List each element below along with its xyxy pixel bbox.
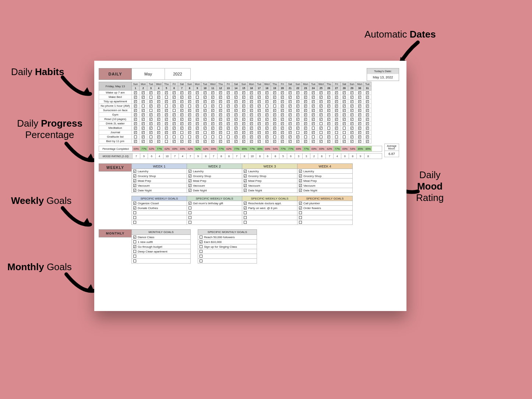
habit-checkbox[interactable] [188,131,191,134]
habit-checkbox[interactable] [227,109,230,112]
habit-checkbox[interactable] [343,96,346,99]
habit-checkbox[interactable] [281,96,284,99]
habit-checkbox[interactable] [335,140,338,143]
habit-checkbox[interactable] [358,131,361,134]
habit-checkbox[interactable] [196,118,199,121]
habit-checkbox[interactable] [250,96,253,99]
habit-checkbox[interactable] [204,100,207,103]
habit-checkbox[interactable] [180,100,183,103]
habit-checkbox[interactable] [320,105,323,107]
habit-checkbox[interactable] [219,109,222,112]
habit-checkbox[interactable] [273,113,276,116]
mood-cell[interactable]: 2 [310,153,318,159]
habit-checkbox[interactable] [343,91,346,94]
checkbox-icon[interactable] [189,211,191,214]
habit-checkbox[interactable] [265,140,268,143]
habit-checkbox[interactable] [296,140,299,143]
checkbox-icon[interactable] [244,170,247,173]
mood-cell[interactable]: 4 [155,153,163,159]
habit-checkbox[interactable] [250,109,253,112]
habit-checkbox[interactable] [227,113,230,116]
habit-checkbox[interactable] [304,100,307,103]
habit-checkbox[interactable] [327,140,330,143]
habit-checkbox[interactable] [211,113,214,116]
habit-checkbox[interactable] [219,127,222,130]
mood-cell[interactable]: 7 [132,153,140,159]
habit-checkbox[interactable] [134,109,137,112]
habit-checkbox[interactable] [211,131,214,134]
habit-checkbox[interactable] [211,122,214,125]
habit-checkbox[interactable] [188,91,191,94]
habit-checkbox[interactable] [250,91,253,94]
checkbox-icon[interactable] [133,206,136,209]
habit-checkbox[interactable] [235,140,237,143]
habit-checkbox[interactable] [350,105,353,107]
habit-checkbox[interactable] [149,109,152,112]
habit-checkbox[interactable] [320,140,323,143]
habit-checkbox[interactable] [165,109,168,112]
habit-checkbox[interactable] [204,122,207,125]
checkbox-icon[interactable] [299,206,302,209]
checkbox-icon[interactable] [200,259,202,262]
checkbox-icon[interactable] [133,211,136,214]
habit-checkbox[interactable] [258,91,261,94]
habit-checkbox[interactable] [227,127,230,130]
habit-checkbox[interactable] [304,96,307,99]
habit-checkbox[interactable] [304,105,307,107]
habit-checkbox[interactable] [273,127,276,130]
checkbox-icon[interactable] [133,202,136,205]
habit-checkbox[interactable] [327,109,330,112]
habit-checkbox[interactable] [265,113,268,116]
habit-checkbox[interactable] [289,140,292,143]
habit-checkbox[interactable] [366,140,369,143]
mood-cell[interactable]: 3 [295,153,302,159]
habit-checkbox[interactable] [149,91,152,94]
habit-checkbox[interactable] [242,140,245,143]
habit-checkbox[interactable] [180,122,183,125]
habit-checkbox[interactable] [242,135,245,138]
habit-checkbox[interactable] [250,127,253,130]
habit-checkbox[interactable] [173,135,176,138]
habit-checkbox[interactable] [235,122,237,125]
checkbox-icon[interactable] [244,211,247,214]
habit-checkbox[interactable] [235,91,237,94]
mood-cell[interactable]: 10 [163,153,171,159]
habit-checkbox[interactable] [281,109,284,112]
habit-checkbox[interactable] [304,131,307,134]
habit-checkbox[interactable] [289,109,292,112]
habit-checkbox[interactable] [265,109,268,112]
mood-cell[interactable]: 9 [140,153,148,159]
habit-checkbox[interactable] [320,118,323,121]
habit-checkbox[interactable] [304,91,307,94]
habit-checkbox[interactable] [258,122,261,125]
habit-checkbox[interactable] [250,140,253,143]
habit-checkbox[interactable] [320,135,323,138]
habit-checkbox[interactable] [350,118,353,121]
habit-checkbox[interactable] [327,131,330,134]
habit-checkbox[interactable] [320,113,323,116]
checkbox-icon[interactable] [133,236,136,239]
habit-checkbox[interactable] [312,100,315,103]
habit-checkbox[interactable] [180,127,183,130]
habit-checkbox[interactable] [235,118,237,121]
habit-checkbox[interactable] [343,122,346,125]
habit-checkbox[interactable] [242,122,245,125]
checkbox-icon[interactable] [200,255,202,258]
habit-checkbox[interactable] [157,118,160,121]
habit-checkbox[interactable] [165,91,168,94]
habit-checkbox[interactable] [327,127,330,130]
habit-checkbox[interactable] [242,127,245,130]
mood-cell[interactable]: 6 [148,153,155,159]
mood-cell[interactable]: 6 [264,153,271,159]
habit-checkbox[interactable] [304,140,307,143]
habit-checkbox[interactable] [265,100,268,103]
habit-checkbox[interactable] [296,127,299,130]
habit-checkbox[interactable] [289,105,292,107]
habit-checkbox[interactable] [149,105,152,107]
habit-checkbox[interactable] [296,113,299,116]
habit-checkbox[interactable] [366,96,369,99]
habit-checkbox[interactable] [273,122,276,125]
habit-checkbox[interactable] [350,100,353,103]
habit-checkbox[interactable] [358,100,361,103]
checkbox-icon[interactable] [244,202,247,205]
